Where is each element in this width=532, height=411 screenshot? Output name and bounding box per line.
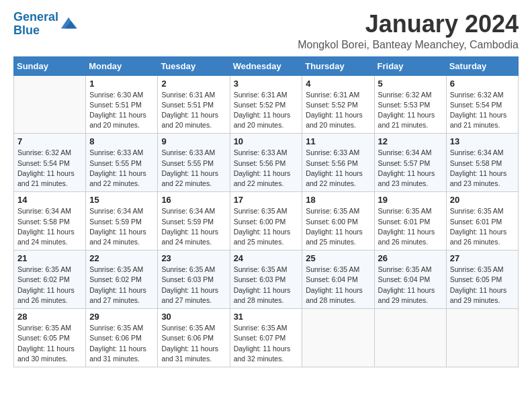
calendar-cell: 22Sunrise: 6:35 AM Sunset: 6:02 PM Dayli…: [86, 250, 158, 309]
calendar-cell: 4Sunrise: 6:31 AM Sunset: 5:52 PM Daylig…: [302, 75, 374, 134]
day-info: Sunrise: 6:34 AM Sunset: 5:57 PM Dayligh…: [378, 148, 443, 189]
calendar-cell: 23Sunrise: 6:35 AM Sunset: 6:03 PM Dayli…: [158, 250, 230, 309]
day-number: 31: [234, 312, 299, 322]
title-block: January 2024 Mongkol Borei, Banteay Mean…: [298, 11, 519, 51]
calendar-cell: 18Sunrise: 6:35 AM Sunset: 6:00 PM Dayli…: [302, 192, 374, 250]
calendar-cell: 11Sunrise: 6:33 AM Sunset: 5:56 PM Dayli…: [302, 134, 374, 192]
calendar-cell: 12Sunrise: 6:34 AM Sunset: 5:57 PM Dayli…: [374, 134, 446, 192]
day-number: 22: [89, 253, 154, 263]
day-number: 11: [306, 136, 370, 146]
calendar-week-row: 7Sunrise: 6:32 AM Sunset: 5:54 PM Daylig…: [14, 134, 519, 192]
day-info: Sunrise: 6:33 AM Sunset: 5:55 PM Dayligh…: [161, 148, 226, 189]
calendar-week-row: 21Sunrise: 6:35 AM Sunset: 6:02 PM Dayli…: [14, 250, 519, 309]
day-number: 29: [89, 312, 154, 322]
day-number: 8: [89, 136, 154, 146]
calendar-cell: 3Sunrise: 6:31 AM Sunset: 5:52 PM Daylig…: [230, 75, 302, 134]
calendar-cell: 15Sunrise: 6:34 AM Sunset: 5:59 PM Dayli…: [86, 192, 158, 250]
day-number: 18: [306, 195, 370, 205]
day-info: Sunrise: 6:35 AM Sunset: 6:03 PM Dayligh…: [234, 265, 299, 306]
calendar-cell: 16Sunrise: 6:34 AM Sunset: 5:59 PM Dayli…: [158, 192, 230, 250]
day-info: Sunrise: 6:35 AM Sunset: 6:06 PM Dayligh…: [161, 323, 226, 364]
day-info: Sunrise: 6:30 AM Sunset: 5:51 PM Dayligh…: [89, 90, 154, 131]
day-number: 4: [306, 79, 370, 89]
calendar-cell: 27Sunrise: 6:35 AM Sunset: 6:05 PM Dayli…: [446, 250, 518, 309]
calendar-header-row: SundayMondayTuesdayWednesdayThursdayFrid…: [14, 56, 519, 75]
day-number: 9: [161, 136, 226, 146]
day-info: Sunrise: 6:34 AM Sunset: 5:59 PM Dayligh…: [161, 206, 226, 247]
day-info: Sunrise: 6:35 AM Sunset: 6:01 PM Dayligh…: [450, 206, 515, 247]
day-info: Sunrise: 6:35 AM Sunset: 6:00 PM Dayligh…: [234, 206, 299, 247]
calendar-cell: 6Sunrise: 6:32 AM Sunset: 5:54 PM Daylig…: [446, 75, 518, 134]
day-info: Sunrise: 6:35 AM Sunset: 6:05 PM Dayligh…: [17, 323, 82, 364]
calendar-cell: 25Sunrise: 6:35 AM Sunset: 6:04 PM Dayli…: [302, 250, 374, 309]
weekday-header-thursday: Thursday: [302, 56, 374, 75]
calendar-cell: 31Sunrise: 6:35 AM Sunset: 6:07 PM Dayli…: [230, 309, 302, 367]
day-info: Sunrise: 6:31 AM Sunset: 5:51 PM Dayligh…: [161, 90, 226, 131]
day-number: 23: [161, 253, 226, 263]
calendar-cell: 21Sunrise: 6:35 AM Sunset: 6:02 PM Dayli…: [14, 250, 86, 309]
day-info: Sunrise: 6:35 AM Sunset: 6:04 PM Dayligh…: [306, 265, 370, 306]
day-number: 14: [17, 195, 82, 205]
day-number: 24: [234, 253, 299, 263]
calendar-cell: 2Sunrise: 6:31 AM Sunset: 5:51 PM Daylig…: [158, 75, 230, 134]
calendar-cell: 26Sunrise: 6:35 AM Sunset: 6:04 PM Dayli…: [374, 250, 446, 309]
day-info: Sunrise: 6:32 AM Sunset: 5:54 PM Dayligh…: [17, 148, 82, 189]
logo-text: General Blue: [13, 11, 58, 38]
calendar-cell: 17Sunrise: 6:35 AM Sunset: 6:00 PM Dayli…: [230, 192, 302, 250]
day-info: Sunrise: 6:33 AM Sunset: 5:55 PM Dayligh…: [89, 148, 154, 189]
weekday-header-monday: Monday: [86, 56, 158, 75]
day-info: Sunrise: 6:32 AM Sunset: 5:54 PM Dayligh…: [450, 90, 515, 131]
calendar-cell: [374, 309, 446, 367]
day-number: 19: [378, 195, 443, 205]
calendar-week-row: 1Sunrise: 6:30 AM Sunset: 5:51 PM Daylig…: [14, 75, 519, 134]
day-info: Sunrise: 6:31 AM Sunset: 5:52 PM Dayligh…: [234, 90, 299, 131]
day-info: Sunrise: 6:34 AM Sunset: 5:58 PM Dayligh…: [17, 206, 82, 247]
weekday-header-saturday: Saturday: [446, 56, 518, 75]
day-info: Sunrise: 6:35 AM Sunset: 6:01 PM Dayligh…: [378, 206, 443, 247]
calendar-cell: 13Sunrise: 6:34 AM Sunset: 5:58 PM Dayli…: [446, 134, 518, 192]
calendar-cell: 14Sunrise: 6:34 AM Sunset: 5:58 PM Dayli…: [14, 192, 86, 250]
calendar-cell: [446, 309, 518, 367]
day-info: Sunrise: 6:35 AM Sunset: 6:07 PM Dayligh…: [234, 323, 299, 364]
day-info: Sunrise: 6:33 AM Sunset: 5:56 PM Dayligh…: [306, 148, 370, 189]
calendar-week-row: 14Sunrise: 6:34 AM Sunset: 5:58 PM Dayli…: [14, 192, 519, 250]
day-number: 5: [378, 79, 443, 89]
calendar-cell: 5Sunrise: 6:32 AM Sunset: 5:53 PM Daylig…: [374, 75, 446, 134]
page-header: General Blue January 2024 Mongkol Borei,…: [13, 11, 519, 51]
calendar-cell: 8Sunrise: 6:33 AM Sunset: 5:55 PM Daylig…: [86, 134, 158, 192]
weekday-header-tuesday: Tuesday: [158, 56, 230, 75]
day-number: 10: [234, 136, 299, 146]
day-info: Sunrise: 6:35 AM Sunset: 6:06 PM Dayligh…: [89, 323, 154, 364]
calendar-cell: [14, 75, 86, 134]
day-number: 2: [161, 79, 226, 89]
day-number: 20: [450, 195, 515, 205]
calendar-cell: 10Sunrise: 6:33 AM Sunset: 5:56 PM Dayli…: [230, 134, 302, 192]
day-info: Sunrise: 6:35 AM Sunset: 6:00 PM Dayligh…: [306, 206, 370, 247]
weekday-header-wednesday: Wednesday: [230, 56, 302, 75]
day-number: 13: [450, 136, 515, 146]
logo: General Blue: [13, 11, 79, 38]
day-info: Sunrise: 6:34 AM Sunset: 5:59 PM Dayligh…: [89, 206, 154, 247]
calendar-cell: 24Sunrise: 6:35 AM Sunset: 6:03 PM Dayli…: [230, 250, 302, 309]
day-number: 26: [378, 253, 443, 263]
day-info: Sunrise: 6:35 AM Sunset: 6:05 PM Dayligh…: [450, 265, 515, 306]
day-info: Sunrise: 6:35 AM Sunset: 6:03 PM Dayligh…: [161, 265, 226, 306]
weekday-header-sunday: Sunday: [14, 56, 86, 75]
day-number: 7: [17, 136, 82, 146]
calendar-cell: 30Sunrise: 6:35 AM Sunset: 6:06 PM Dayli…: [158, 309, 230, 367]
calendar-week-row: 28Sunrise: 6:35 AM Sunset: 6:05 PM Dayli…: [14, 309, 519, 367]
weekday-header-friday: Friday: [374, 56, 446, 75]
calendar-cell: 28Sunrise: 6:35 AM Sunset: 6:05 PM Dayli…: [14, 309, 86, 367]
day-info: Sunrise: 6:35 AM Sunset: 6:04 PM Dayligh…: [378, 265, 443, 306]
calendar-cell: 29Sunrise: 6:35 AM Sunset: 6:06 PM Dayli…: [86, 309, 158, 367]
day-info: Sunrise: 6:32 AM Sunset: 5:53 PM Dayligh…: [378, 90, 443, 131]
day-info: Sunrise: 6:31 AM Sunset: 5:52 PM Dayligh…: [306, 90, 370, 131]
day-info: Sunrise: 6:33 AM Sunset: 5:56 PM Dayligh…: [234, 148, 299, 189]
day-number: 3: [234, 79, 299, 89]
day-info: Sunrise: 6:35 AM Sunset: 6:02 PM Dayligh…: [89, 265, 154, 306]
day-number: 15: [89, 195, 154, 205]
day-number: 16: [161, 195, 226, 205]
day-info: Sunrise: 6:35 AM Sunset: 6:02 PM Dayligh…: [17, 265, 82, 306]
month-title: January 2024: [298, 11, 519, 38]
calendar-cell: 19Sunrise: 6:35 AM Sunset: 6:01 PM Dayli…: [374, 192, 446, 250]
